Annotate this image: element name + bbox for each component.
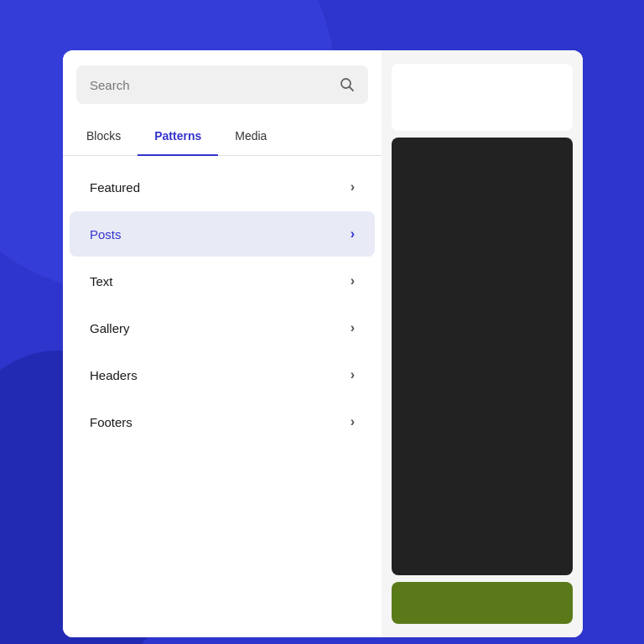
list-item-gallery[interactable]: Gallery › [70,305,375,351]
chevron-right-icon: › [351,226,355,242]
tab-patterns[interactable]: Patterns [138,117,218,156]
patterns-list: Featured › Posts › Text › Gallery › Head… [63,156,382,453]
list-item-footers[interactable]: Footers › [70,399,375,444]
list-item-text[interactable]: Text › [70,258,375,304]
preview-card-green [392,582,573,624]
preview-card-white [392,64,573,131]
chevron-right-icon: › [351,179,355,195]
tab-media[interactable]: Media [218,117,283,156]
search-area [63,50,382,117]
left-panel: Blocks Patterns Media Featured › Posts ›… [63,50,382,637]
chevron-right-icon: › [351,273,355,288]
chevron-right-icon: › [351,414,355,429]
tab-blocks[interactable]: Blocks [70,117,138,156]
tabs-bar: Blocks Patterns Media [63,117,382,156]
right-panel [382,50,583,637]
search-icon [340,77,355,92]
chevron-right-icon: › [351,367,355,382]
chevron-right-icon: › [351,320,355,335]
list-item-posts[interactable]: Posts › [70,211,375,257]
list-item-featured[interactable]: Featured › [70,164,375,210]
main-panel: Blocks Patterns Media Featured › Posts ›… [63,50,583,637]
search-input[interactable] [90,78,340,92]
svg-line-1 [350,87,354,91]
search-bar[interactable] [76,65,368,104]
list-item-headers[interactable]: Headers › [70,352,375,397]
preview-card-dark [392,138,573,575]
